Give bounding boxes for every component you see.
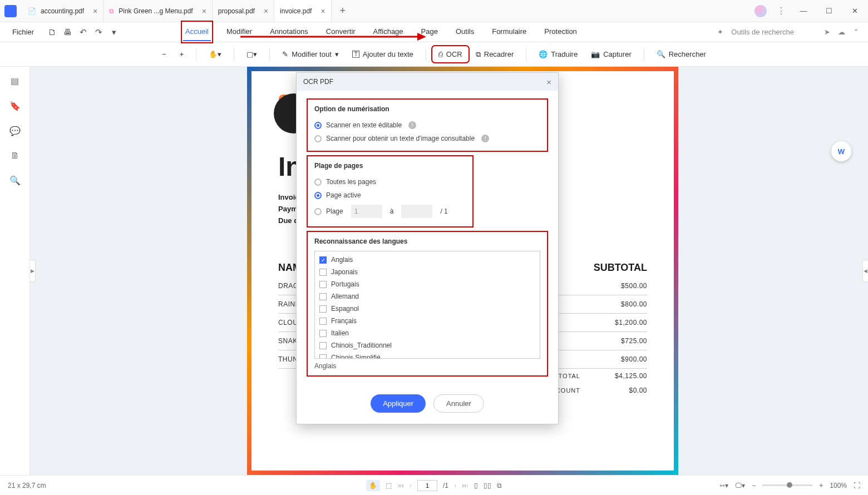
radio-icon (314, 122, 322, 129)
fullscreen-icon[interactable]: ⛶ (854, 482, 860, 489)
cloud-icon[interactable]: ☁ (838, 28, 845, 36)
language-item[interactable]: Italien (318, 327, 536, 339)
prev-page-icon[interactable]: ‹ (410, 482, 412, 489)
undo-icon[interactable]: ↶ (75, 24, 91, 40)
search-button[interactable]: 🔍Rechercher (651, 47, 712, 62)
redo-icon[interactable]: ↷ (91, 24, 106, 40)
scan-options-section: Option de numérisation Scanner en texte … (307, 98, 548, 152)
zoom-slider[interactable] (762, 484, 812, 486)
expand-right-handle[interactable]: ◀ (862, 260, 868, 282)
radio-active-page[interactable]: Page active (314, 189, 466, 202)
print-icon[interactable]: 🖶 (60, 24, 75, 40)
menu-modifier[interactable]: Modifier (224, 23, 254, 41)
page-dimensions: 21 x 29,7 cm (8, 482, 46, 489)
info-icon[interactable]: ! (481, 135, 489, 142)
comment-icon[interactable]: 💬 (9, 126, 21, 136)
first-page-icon[interactable]: ⏮ (397, 482, 404, 489)
expand-left-handle[interactable]: ▶ (30, 260, 36, 282)
radio-range[interactable]: Plage à / 1 (314, 202, 466, 221)
ocr-button[interactable]: ⎙OCR (433, 47, 468, 62)
radio-searchable[interactable]: Scanner pour obtenir un texte d'image co… (314, 132, 540, 145)
close-icon[interactable]: × (320, 7, 325, 16)
close-icon[interactable]: × (93, 7, 97, 16)
range-from-input[interactable] (351, 205, 382, 218)
file-menu[interactable]: Fichier (7, 26, 40, 38)
tab-invoice[interactable]: invoice.pdf × (274, 0, 332, 22)
read-mode-icon[interactable]: 🖵▾ (735, 482, 745, 489)
radio-all-pages[interactable]: Toutes les pages (314, 175, 466, 189)
close-icon[interactable]: × (202, 7, 206, 16)
language-item[interactable]: Chinois Simplifié (318, 352, 536, 359)
language-section: Reconnaissance des langues ✓AnglaisJapon… (307, 231, 548, 377)
menu-accueil[interactable]: Accueil (183, 23, 211, 41)
menu-outils[interactable]: Outils (453, 23, 476, 41)
language-item[interactable]: Espagnol (318, 303, 536, 315)
edit-all-button[interactable]: ✎Modifier tout▾ (277, 47, 344, 62)
page-number-input[interactable] (417, 480, 437, 491)
add-text-button[interactable]: 🅃Ajouter du texte (347, 47, 419, 62)
language-item[interactable]: Allemand (318, 290, 536, 303)
kebab-icon[interactable]: ⋮ (777, 6, 786, 16)
checkbox-icon (319, 293, 327, 300)
save-icon[interactable]: 🗋 (44, 24, 60, 40)
pencil-icon: ✎ (282, 50, 288, 58)
zoom-out-button[interactable]: − (156, 47, 172, 62)
select-tool-button[interactable]: ▢▾ (241, 47, 263, 62)
maximize-button[interactable]: ☐ (821, 4, 837, 18)
cancel-button[interactable]: Annuler (433, 394, 484, 413)
single-page-icon[interactable]: ▯ (474, 482, 478, 489)
next-page-icon[interactable]: › (454, 482, 456, 489)
continuous-icon[interactable]: ⧉ (497, 482, 502, 489)
hand-mode-icon[interactable]: ✋ (366, 480, 380, 491)
radio-editable[interactable]: Scanner en texte éditable! (314, 118, 540, 132)
language-item[interactable]: Portugais (318, 278, 536, 290)
word-export-button[interactable]: W (831, 141, 851, 161)
select-mode-icon[interactable]: ⬚ (386, 482, 392, 489)
pages-icon[interactable]: 🗎 (11, 151, 19, 161)
menu-affichage[interactable]: Affichage (371, 23, 406, 41)
bookmark-icon[interactable]: 🔖 (9, 101, 21, 111)
menu-protection[interactable]: Protection (542, 23, 579, 41)
tab-accounting[interactable]: 📄 accounting.pdf × (22, 0, 103, 22)
checkbox-icon (319, 281, 327, 288)
close-modal-button[interactable]: × (546, 77, 551, 87)
new-tab-button[interactable]: + (332, 5, 354, 17)
language-list[interactable]: ✓AnglaisJaponaisPortugaisAllemandEspagno… (314, 251, 540, 359)
menu-formulaire[interactable]: Formulaire (490, 23, 529, 41)
menu-convertir[interactable]: Convertir (324, 23, 358, 41)
search-panel-icon[interactable]: 🔍 (9, 175, 21, 186)
language-item[interactable]: Japonais (318, 266, 536, 278)
capture-button[interactable]: 📷Capturer (585, 47, 637, 62)
zoom-in-icon[interactable]: + (819, 482, 823, 489)
hand-tool-button[interactable]: ✋▾ (203, 47, 227, 62)
two-page-icon[interactable]: ▯▯ (484, 482, 491, 489)
user-avatar[interactable] (754, 5, 767, 17)
zoom-in-button[interactable]: + (174, 47, 190, 62)
crop-button[interactable]: ⧉Recadrer (470, 47, 519, 62)
zoom-out-icon[interactable]: − (752, 482, 756, 489)
language-item[interactable]: Français (318, 315, 536, 327)
language-item[interactable]: Chinois_Traditionnel (318, 339, 536, 352)
last-page-icon[interactable]: ⏭ (462, 482, 468, 489)
ocr-modal: OCR PDF × Option de numérisation Scanner… (296, 72, 559, 424)
range-to-input[interactable] (401, 205, 432, 218)
info-icon[interactable]: ! (408, 121, 416, 129)
close-icon[interactable]: × (264, 7, 268, 16)
apply-button[interactable]: Appliquer (371, 394, 426, 413)
dropdown-icon[interactable]: ▾ (106, 24, 122, 40)
chevron-up-icon[interactable]: ⌃ (853, 28, 859, 36)
radio-icon (314, 208, 322, 215)
menu-annotations[interactable]: Annotations (268, 23, 310, 41)
thumbnails-icon[interactable]: ▤ (11, 76, 19, 86)
close-window-button[interactable]: ✕ (847, 4, 862, 18)
menu-page[interactable]: Page (419, 23, 440, 41)
radio-icon (314, 179, 322, 186)
translate-button[interactable]: 🌐Traduire (533, 47, 583, 62)
minimize-button[interactable]: — (796, 4, 811, 18)
tab-proposal[interactable]: proposal.pdf × (213, 0, 274, 22)
language-item[interactable]: ✓Anglais (318, 254, 536, 266)
fit-width-icon[interactable]: ⇿▾ (719, 482, 728, 489)
tab-pinkgreen[interactable]: ⧉ Pink Green ...g Menu.pdf × (103, 0, 213, 22)
share-icon[interactable]: ➤ (824, 28, 830, 36)
search-tools-label[interactable]: Outils de recherche (731, 28, 794, 36)
